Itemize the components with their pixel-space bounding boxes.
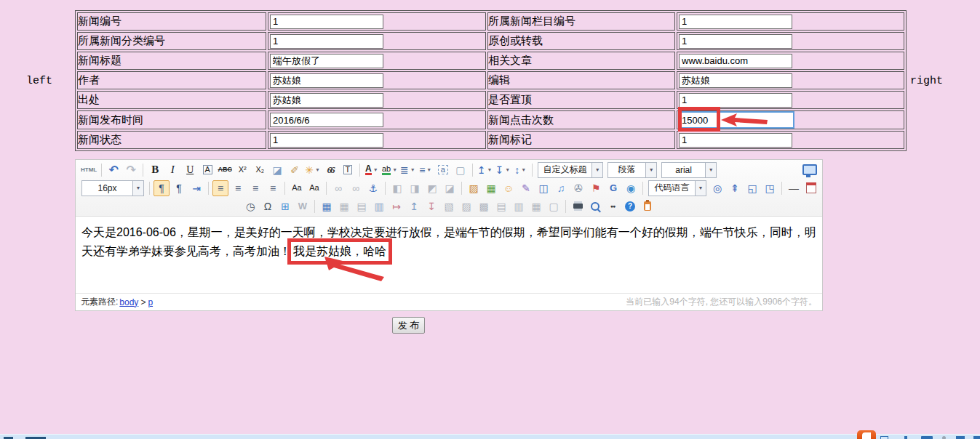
custom-title-select[interactable]: 自定义标题▼ (538, 162, 603, 178)
insert-image-icon[interactable]: ▨ (466, 180, 482, 196)
subscript-icon[interactable]: X₂ (252, 162, 268, 178)
clear-doc-icon[interactable]: ▢ (453, 162, 469, 178)
is-pinned-input[interactable] (679, 93, 792, 108)
merge-cells-icon[interactable]: ▩ (476, 198, 492, 214)
insert-table-icon[interactable]: ▦ (319, 198, 335, 214)
unlink-icon[interactable]: ∞ (348, 180, 364, 196)
chevron-down-icon[interactable]: ▼ (132, 181, 143, 196)
multi-image-upload-icon[interactable]: ▦ (483, 180, 499, 196)
align-left-icon[interactable]: ≡ (212, 180, 228, 196)
template-icon[interactable]: ◱ (744, 180, 760, 196)
ordered-list-icon[interactable]: ≣▼ (399, 162, 416, 178)
attachment-icon[interactable]: ✇ (570, 180, 586, 196)
case-upper-icon[interactable]: Aa (289, 180, 305, 196)
align-center-icon[interactable]: ≡ (230, 180, 246, 196)
font-family-select[interactable]: arial▼ (661, 162, 717, 178)
redo-icon[interactable]: ↷ (123, 162, 139, 178)
browser-logo-icon[interactable] (857, 430, 876, 439)
tray-dot-icon[interactable] (942, 436, 946, 439)
fullscreen-icon[interactable] (802, 162, 818, 178)
table-caption-icon[interactable]: ▤ (354, 198, 370, 214)
row-spacing-bottom-icon[interactable]: ↧▼ (494, 162, 511, 178)
link-icon[interactable]: ∞ (330, 180, 346, 196)
italic-icon[interactable]: I (164, 162, 180, 178)
table-title-row-icon[interactable]: ▥ (371, 198, 387, 214)
news-source-input[interactable] (270, 93, 383, 108)
font-color-icon[interactable]: A▼ (364, 162, 380, 178)
insert-col-icon[interactable]: ↥ (406, 198, 422, 214)
news-status-input[interactable] (270, 133, 383, 148)
image-left-float-icon[interactable]: ◨ (407, 180, 423, 196)
page-break-icon[interactable]: ⇞ (727, 180, 743, 196)
help-icon[interactable]: ? (622, 198, 638, 214)
image-center-icon[interactable]: ◩ (424, 180, 440, 196)
time-icon[interactable]: ◷ (242, 198, 258, 214)
paste-plain-icon[interactable]: T (340, 162, 356, 178)
image-none-float-icon[interactable]: ◧ (389, 180, 405, 196)
pointer-icon[interactable] (904, 436, 907, 439)
editor-content[interactable]: 今天是2016-06-06，星期一，是美好的一天啊，学校决定要进行放假，是端午节… (76, 217, 822, 293)
bold-icon[interactable]: B (147, 162, 163, 178)
print-icon[interactable] (570, 198, 586, 214)
google-map-icon[interactable]: G (605, 180, 621, 196)
split-rows-icon[interactable]: ▤ (493, 198, 509, 214)
element-path-p-link[interactable]: p (148, 297, 153, 307)
input-method-icon[interactable] (880, 436, 888, 439)
tray-volume-icon[interactable] (973, 436, 980, 439)
split-cells-icon[interactable]: ▦ (528, 198, 544, 214)
align-right-icon[interactable]: ≡ (247, 180, 263, 196)
delete-row-icon[interactable]: ↧ (423, 198, 439, 214)
keyboard-icon[interactable] (921, 436, 933, 439)
element-path-body-link[interactable]: body (119, 297, 138, 307)
screenshot-icon[interactable]: ⊞ (277, 198, 293, 214)
word-image-icon[interactable]: W (295, 198, 311, 214)
news-id-input[interactable] (270, 15, 383, 29)
paste-icon[interactable] (640, 198, 656, 214)
html-source-icon[interactable]: HTML (80, 162, 97, 178)
original-or-repost-input[interactable] (679, 34, 792, 49)
strikethrough-icon[interactable]: ABC (217, 162, 233, 178)
font-border-icon[interactable]: A (199, 162, 215, 178)
chevron-down-icon[interactable]: ▼ (645, 163, 656, 177)
editor-name-input[interactable] (679, 73, 792, 88)
indent-icon[interactable]: ⇥ (188, 180, 204, 196)
special-char-icon[interactable]: Ω (260, 198, 276, 214)
paragraph-select[interactable]: 段落▼ (607, 162, 657, 178)
table-doc-icon[interactable]: ▢ (546, 198, 562, 214)
chevron-down-icon[interactable]: ▼ (695, 181, 706, 196)
publish-time-input[interactable] (270, 113, 383, 127)
horizontal-rule-icon[interactable]: — (786, 180, 802, 196)
related-article-input[interactable] (679, 54, 792, 68)
emotion-icon[interactable]: ☺ (501, 180, 517, 196)
image-right-float-icon[interactable]: ◪ (442, 180, 458, 196)
news-category-id-input[interactable] (270, 34, 383, 49)
back-color-icon[interactable]: ab▼ (381, 162, 398, 178)
clear-format-icon[interactable]: ✐ (287, 162, 303, 178)
chevron-down-icon[interactable]: ▼ (591, 163, 602, 177)
font-size-select[interactable]: 16px▼ (81, 180, 144, 196)
search-icon[interactable]: ●● (605, 198, 621, 214)
auto-typeset-icon[interactable]: ✳▼ (304, 162, 321, 178)
chevron-down-icon[interactable]: ▼ (705, 163, 716, 177)
row-spacing-top-icon[interactable]: ↥▼ (477, 162, 493, 178)
scrawl-icon[interactable]: ✎ (518, 180, 534, 196)
auto-link-icon[interactable]: a (435, 162, 451, 178)
format-match-icon[interactable]: ◪ (269, 162, 285, 178)
insert-iframe-icon[interactable]: ◉ (623, 180, 639, 196)
underline-icon[interactable]: U (182, 162, 198, 178)
background-icon[interactable]: ◳ (762, 180, 778, 196)
split-cols-icon[interactable]: ▥ (511, 198, 527, 214)
news-column-id-input[interactable] (679, 15, 792, 29)
map-icon[interactable]: ⚑ (588, 180, 604, 196)
date-icon[interactable] (803, 180, 819, 196)
merge-right-icon[interactable]: ▧ (441, 198, 457, 214)
line-spacing-icon[interactable]: ↕▼ (512, 162, 528, 178)
paragraph-rtl-icon[interactable]: ¶ (171, 180, 187, 196)
music-icon[interactable]: ♫ (553, 180, 569, 196)
author-input[interactable] (270, 73, 383, 88)
case-lower-icon[interactable]: Aa (306, 180, 322, 196)
undo-icon[interactable]: ↶ (105, 162, 121, 178)
search-replace-icon[interactable]: ◎ (709, 180, 725, 196)
unordered-list-icon[interactable]: ≡▼ (418, 162, 434, 178)
insert-row-icon[interactable]: ↦ (389, 198, 405, 214)
